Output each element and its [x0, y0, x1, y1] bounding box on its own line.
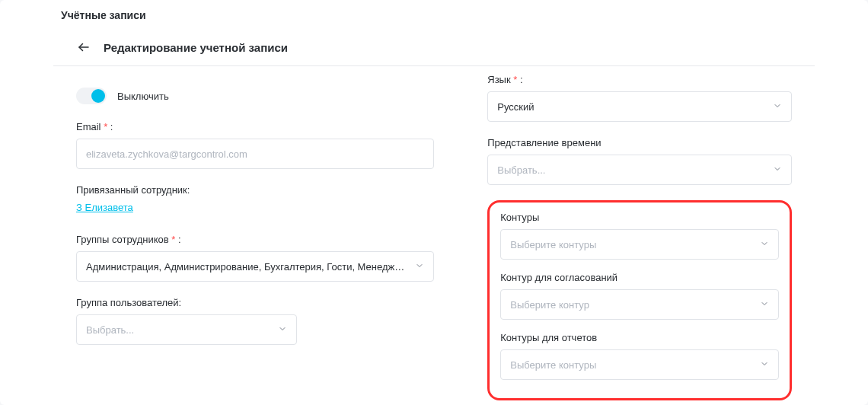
contours-highlight-box: Контуры Выберите контуры Контур для согл…: [487, 200, 792, 400]
toggle-label: Выключить: [117, 91, 169, 102]
contours-label: Контуры: [500, 212, 779, 223]
user-group-select[interactable]: Выбрать...: [76, 314, 297, 345]
linked-employee-label: Привязанный сотрудник:: [76, 184, 434, 196]
chevron-down-icon: [773, 164, 782, 176]
form-right-column: Язык * : Русский Представление времени В…: [487, 74, 792, 400]
chevron-down-icon: [773, 101, 782, 113]
toggle-row: Выключить: [76, 74, 434, 121]
account-edit-card: Редактирование учетной записи Выключить …: [53, 29, 815, 405]
user-group-label: Группа пользователей:: [76, 297, 434, 308]
time-format-label: Представление времени: [487, 137, 792, 148]
report-contours-label: Контуры для отчетов: [500, 332, 779, 343]
chevron-down-icon: [760, 359, 769, 371]
back-arrow-icon[interactable]: [76, 40, 91, 55]
chevron-down-icon: [278, 324, 287, 336]
page-title: Учётные записи: [0, 0, 868, 29]
approval-contour-select[interactable]: Выберите контур: [500, 289, 779, 320]
email-label: Email * :: [76, 121, 434, 132]
chevron-down-icon: [760, 299, 769, 311]
card-header: Редактирование учетной записи: [53, 29, 815, 66]
email-field[interactable]: elizaveta.zychkova@targcontrol.com: [76, 139, 434, 169]
language-label: Язык * :: [487, 74, 792, 85]
enable-toggle[interactable]: [76, 88, 107, 104]
form-left-column: Выключить Email * : elizaveta.zychkova@t…: [76, 74, 434, 400]
card-title: Редактирование учетной записи: [104, 41, 288, 54]
employee-groups-select[interactable]: Администрация, Администрирование, Бухгал…: [76, 251, 434, 282]
report-contours-select[interactable]: Выберите контуры: [500, 349, 779, 380]
chevron-down-icon: [415, 261, 424, 273]
time-format-select[interactable]: Выбрать...: [487, 155, 792, 185]
contours-select[interactable]: Выберите контуры: [500, 229, 779, 260]
toggle-knob: [91, 89, 105, 103]
linked-employee-link[interactable]: З Елизавета: [76, 202, 133, 213]
chevron-down-icon: [760, 239, 769, 250]
employee-groups-label: Группы сотрудников * :: [76, 234, 434, 245]
language-select[interactable]: Русский: [487, 91, 792, 122]
approval-contour-label: Контур для согласований: [500, 272, 779, 283]
